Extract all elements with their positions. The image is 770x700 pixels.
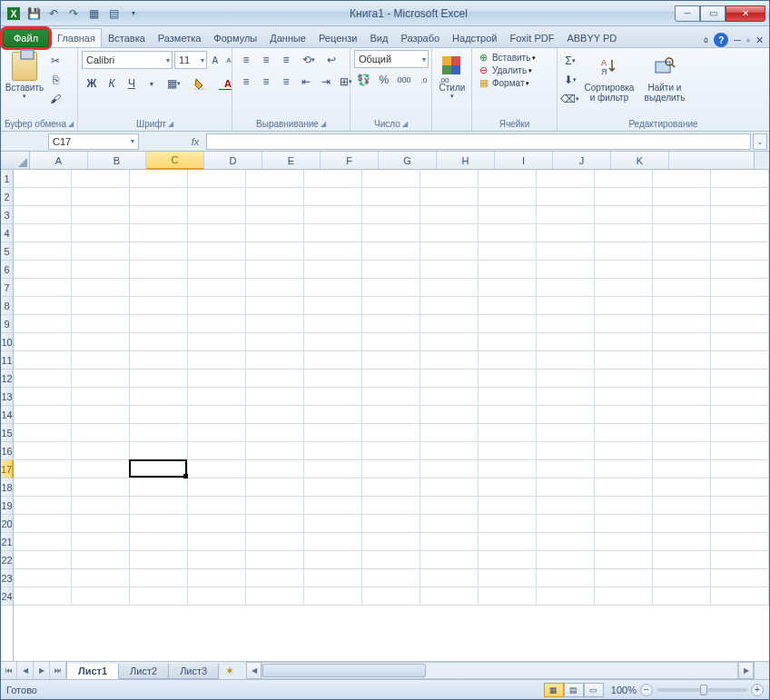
row-header[interactable]: 22 (1, 551, 13, 569)
alignment-launcher-icon[interactable]: ◢ (321, 120, 326, 128)
row-header[interactable]: 12 (1, 370, 13, 388)
view-pagelayout-icon[interactable]: ▤ (564, 683, 584, 697)
align-center-icon[interactable]: ≡ (256, 72, 276, 92)
tab-home[interactable]: Главная (51, 28, 102, 47)
decrease-indent-icon[interactable]: ⇤ (296, 72, 316, 92)
font-name-combo[interactable]: Calibri▾ (82, 51, 173, 69)
column-header[interactable]: F (321, 152, 379, 169)
tab-insert[interactable]: Вставка (102, 28, 152, 47)
sheet-tab[interactable]: Лист2 (118, 664, 169, 679)
sheet-nav-first-icon[interactable]: ⏮ (1, 662, 17, 679)
sort-filter-button[interactable]: АЯ Сортировка и фильтр (581, 50, 637, 104)
bold-icon[interactable]: Ж (82, 74, 102, 94)
accounting-icon[interactable]: 💱 (354, 70, 374, 90)
increase-indent-icon[interactable]: ⇥ (316, 72, 336, 92)
tab-pagelayout[interactable]: Разметка (152, 28, 208, 47)
fill-handle[interactable] (183, 474, 188, 478)
zoom-in-icon[interactable]: + (751, 684, 764, 696)
minimize-button[interactable]: ─ (675, 5, 700, 22)
row-header[interactable]: 14 (1, 406, 13, 424)
qat-extra1-icon[interactable]: ▦ (84, 5, 103, 23)
ribbon-minimize-icon[interactable]: ۵ (704, 35, 708, 44)
row-header[interactable]: 15 (1, 424, 13, 442)
align-middle-icon[interactable]: ≡ (256, 50, 276, 70)
qat-customize-icon[interactable]: ▾ (124, 5, 143, 23)
sheet-tab[interactable]: Лист1 (66, 664, 119, 679)
column-header[interactable]: I (495, 152, 553, 169)
increase-decimal-icon[interactable]: ,0 (414, 70, 434, 90)
font-size-combo[interactable]: 11▾ (174, 51, 207, 69)
tab-foxit[interactable]: Foxit PDF (504, 28, 561, 47)
tab-abbyy[interactable]: ABBYY PD (560, 28, 623, 47)
sheet-nav-last-icon[interactable]: ⏭ (50, 662, 66, 679)
formula-expand-icon[interactable]: ⌄ (753, 133, 767, 150)
row-header[interactable]: 9 (1, 315, 13, 333)
row-header[interactable]: 23 (1, 569, 13, 587)
delete-cells-button[interactable]: ⊖Удалить▾ (476, 64, 532, 76)
close-button[interactable]: ✕ (726, 5, 765, 22)
view-normal-icon[interactable]: ▦ (544, 683, 564, 697)
column-header[interactable]: H (437, 152, 495, 169)
file-tab[interactable]: Файл (3, 29, 49, 47)
new-sheet-icon[interactable]: ✶ (219, 662, 241, 679)
border-icon[interactable]: ▦▾ (162, 74, 187, 94)
styles-button[interactable]: Стили ▾ (436, 50, 469, 102)
sheet-tab[interactable]: Лист3 (168, 664, 219, 679)
copy-icon[interactable]: ⎘ (46, 71, 64, 89)
doc-close-icon[interactable]: ✕ (755, 35, 764, 46)
formula-input[interactable] (206, 133, 751, 150)
column-header[interactable]: J (553, 152, 611, 169)
column-header[interactable]: B (88, 152, 146, 169)
insert-cells-button[interactable]: ⊕Вставить▾ (476, 52, 536, 64)
format-painter-icon[interactable]: 🖌 (46, 90, 64, 108)
underline-icon[interactable]: Ч (122, 74, 142, 94)
cells[interactable] (14, 170, 769, 661)
row-header[interactable]: 8 (1, 297, 13, 315)
row-header[interactable]: 16 (1, 442, 13, 460)
number-launcher-icon[interactable]: ◢ (402, 120, 408, 128)
comma-icon[interactable]: 000 (394, 70, 414, 90)
row-header[interactable]: 24 (1, 587, 13, 606)
column-header[interactable]: E (262, 152, 321, 169)
horizontal-scrollbar[interactable]: ◀ ▶ (246, 662, 754, 679)
format-cells-button[interactable]: ▦Формат▾ (476, 77, 530, 89)
sheet-nav-prev-icon[interactable]: ◀ (17, 662, 34, 679)
zoom-slider[interactable] (656, 688, 747, 692)
excel-icon[interactable]: X (5, 5, 23, 23)
zoom-level[interactable]: 100% (611, 685, 637, 695)
sheet-nav-next-icon[interactable]: ▶ (34, 662, 50, 679)
tab-review[interactable]: Рецензи (312, 28, 364, 47)
row-header[interactable]: 2 (1, 188, 13, 206)
paste-button[interactable]: Вставить ▾ (5, 50, 44, 102)
wrap-text-icon[interactable]: ↩ (321, 50, 341, 70)
scroll-left-icon[interactable]: ◀ (246, 662, 262, 679)
italic-icon[interactable]: К (102, 74, 122, 94)
doc-minimize-icon[interactable]: ─ (734, 35, 741, 45)
font-launcher-icon[interactable]: ◢ (168, 120, 173, 128)
tab-addins[interactable]: Надстрой (446, 28, 503, 47)
help-icon[interactable]: ? (714, 33, 728, 47)
tab-view[interactable]: Вид (364, 28, 395, 47)
fx-icon[interactable]: fx (184, 133, 206, 150)
column-header[interactable]: C (146, 152, 204, 170)
save-icon[interactable]: 💾 (25, 5, 43, 23)
row-header[interactable]: 18 (1, 478, 13, 497)
fill-color-icon[interactable] (187, 74, 212, 94)
column-header[interactable]: A (30, 152, 88, 169)
row-header[interactable]: 19 (1, 497, 13, 515)
clipboard-launcher-icon[interactable]: ◢ (68, 120, 74, 128)
row-header[interactable]: 5 (1, 242, 13, 261)
align-left-icon[interactable]: ≡ (236, 72, 256, 92)
zoom-out-icon[interactable]: − (640, 684, 653, 696)
grow-font-icon[interactable]: A (209, 50, 222, 70)
align-bottom-icon[interactable]: ≡ (276, 50, 296, 70)
clear-icon[interactable]: ⌫▾ (561, 90, 579, 108)
autosum-icon[interactable]: Σ▾ (561, 52, 579, 70)
qat-extra2-icon[interactable]: ▤ (104, 5, 123, 23)
orientation-icon[interactable]: ⟲▾ (296, 50, 321, 70)
column-header[interactable]: D (204, 152, 262, 169)
zoom-thumb[interactable] (700, 685, 707, 695)
row-header[interactable]: 6 (1, 261, 13, 279)
name-box[interactable]: C17▾ (48, 133, 139, 150)
row-header[interactable]: 17 (1, 460, 14, 478)
